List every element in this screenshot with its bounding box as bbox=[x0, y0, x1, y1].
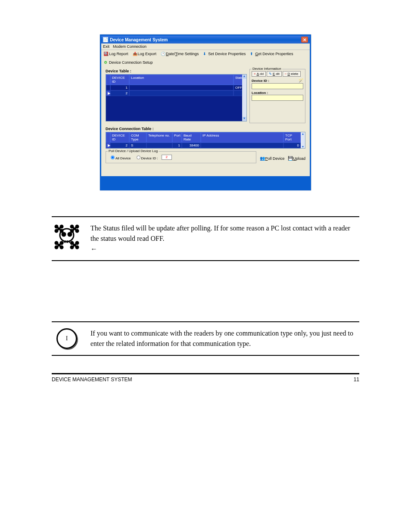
svg-point-7 bbox=[71, 225, 73, 228]
scrollbar[interactable]: ▲ ▼ bbox=[242, 75, 246, 121]
table-row[interactable]: ▶ 2 S 1 38400 0 bbox=[106, 143, 301, 148]
svg-point-12 bbox=[60, 242, 63, 244]
conn-setup-button[interactable]: ⚙Device Connection Setup bbox=[104, 60, 153, 65]
left-arrow-icon: ← bbox=[90, 245, 97, 252]
poll-button[interactable]: 👥Poll Device bbox=[260, 156, 284, 161]
svg-point-18 bbox=[76, 246, 78, 249]
svg-point-11 bbox=[55, 242, 58, 244]
svg-point-4 bbox=[60, 225, 63, 228]
menu-exit[interactable]: Exit bbox=[103, 44, 109, 49]
page-footer: DEVICE MANAGEMENT SYSTEM 11 bbox=[52, 373, 359, 383]
col-location: Location bbox=[129, 75, 234, 85]
scrollbar[interactable]: ▲ ▼ bbox=[301, 132, 305, 148]
divider bbox=[52, 216, 359, 217]
app-window: 📄 Device Management System ✕ Exit Modem … bbox=[100, 34, 311, 190]
get-props-button[interactable]: ⬆Get Device Properties bbox=[250, 52, 293, 56]
app-icon: 📄 bbox=[103, 37, 108, 42]
edit-button[interactable]: ✎Edit bbox=[267, 71, 282, 77]
device-id-label: Device ID : bbox=[252, 79, 269, 83]
table-row[interactable]: ▶ 2 bbox=[106, 90, 246, 96]
close-icon[interactable]: ✕ bbox=[301, 37, 308, 43]
footer-title: DEVICE MANAGEMENT SYSTEM bbox=[52, 376, 132, 383]
titlebar: 📄 Device Management System ✕ bbox=[101, 36, 310, 44]
log-export-button[interactable]: 📤Log Export bbox=[133, 52, 157, 56]
datetime-button[interactable]: 🕐Date/Time Settings bbox=[161, 52, 199, 56]
page-number: 11 bbox=[354, 376, 359, 383]
poll-panel: Poll Device / Upload Device Log All Devi… bbox=[106, 151, 256, 163]
device-info-legend: Device Information bbox=[252, 67, 282, 71]
svg-point-15 bbox=[71, 242, 73, 244]
toolbar: 🔍Log Report 📤Log Export 🕐Date/Time Setti… bbox=[101, 50, 310, 66]
svg-point-5 bbox=[55, 230, 58, 232]
window-title: Device Management System bbox=[110, 37, 168, 42]
poll-legend: Poll Device / Upload Device Log bbox=[108, 149, 159, 153]
warning-text: The Status filed will be update after po… bbox=[90, 223, 359, 254]
device-table-label: Device Table : bbox=[106, 69, 247, 73]
svg-point-16 bbox=[76, 242, 78, 244]
device-id-value[interactable]: 2 bbox=[162, 155, 172, 160]
svg-point-9 bbox=[71, 230, 73, 232]
location-field[interactable] bbox=[252, 95, 303, 101]
conn-table[interactable]: DEVICE ID COM Type Telephone no. Port Ba… bbox=[106, 132, 305, 149]
radio-device-id[interactable]: Device ID : bbox=[134, 154, 158, 160]
conn-table-label: Device Connection Table : bbox=[106, 127, 305, 131]
svg-point-10 bbox=[76, 230, 78, 232]
add-button[interactable]: +Add bbox=[252, 71, 266, 77]
set-props-button[interactable]: ⬇Set Device Properties bbox=[203, 52, 246, 56]
svg-point-8 bbox=[76, 225, 78, 228]
log-report-button[interactable]: 🔍Log Report bbox=[104, 52, 128, 56]
menubar: Exit Modem Connection bbox=[101, 44, 310, 50]
svg-point-6 bbox=[60, 230, 63, 232]
svg-point-14 bbox=[60, 246, 63, 249]
device-table[interactable]: DEVICE ID Location Status 1 OFF ▶ bbox=[106, 74, 247, 121]
col-device-id: DEVICE ID bbox=[110, 75, 129, 85]
radio-all[interactable]: All Device bbox=[109, 154, 131, 160]
device-info-panel: Device Information +Add ✎Edit −Delete De… bbox=[249, 69, 305, 123]
divider bbox=[52, 321, 359, 322]
svg-point-2 bbox=[68, 233, 72, 236]
svg-point-3 bbox=[55, 225, 58, 228]
svg-point-1 bbox=[62, 233, 65, 236]
upload-button[interactable]: 💾Upload bbox=[288, 156, 305, 161]
info-text: If you want to communicate with the read… bbox=[90, 328, 359, 349]
wand-icon[interactable]: 🪄 bbox=[298, 78, 303, 83]
info-icon: I bbox=[56, 328, 77, 349]
location-label: Location : bbox=[252, 91, 303, 95]
menu-modem[interactable]: Modem Connection bbox=[113, 44, 146, 49]
svg-point-17 bbox=[71, 246, 73, 249]
divider bbox=[52, 260, 359, 261]
svg-point-13 bbox=[55, 246, 58, 249]
delete-button[interactable]: −Delete bbox=[283, 71, 301, 77]
table-row[interactable]: 1 OFF bbox=[106, 85, 246, 90]
status-bar bbox=[101, 176, 310, 189]
device-id-field[interactable] bbox=[252, 83, 303, 89]
skull-icon bbox=[53, 223, 81, 251]
divider bbox=[52, 355, 359, 356]
